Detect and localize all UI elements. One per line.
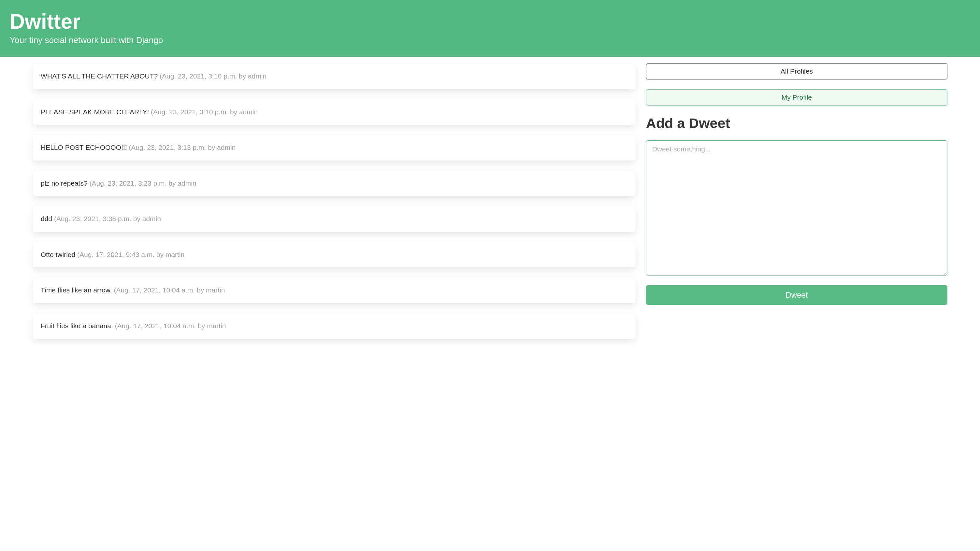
dweet-submit-button[interactable]: Dweet — [646, 285, 947, 305]
dweet-item: ddd (Aug. 23, 2021, 3:36 p.m. by admin — [33, 206, 636, 232]
sidebar: All Profiles My Profile Add a Dweet Dwee… — [646, 63, 947, 339]
dweet-feed: WHAT'S ALL THE CHATTER ABOUT? (Aug. 23, … — [33, 63, 636, 339]
all-profiles-button[interactable]: All Profiles — [646, 63, 947, 79]
dweet-body: HELLO POST ECHOOOO!!! — [41, 144, 127, 151]
form-title: Add a Dweet — [646, 115, 947, 131]
dweet-body: Otto twirled — [41, 251, 75, 258]
dweet-item: PLEASE SPEAK MORE CLEARLY! (Aug. 23, 202… — [33, 99, 636, 125]
dweet-item: Fruit flies like a banana. (Aug. 17, 202… — [33, 313, 636, 339]
dweet-body: Fruit flies like a banana. — [41, 322, 113, 330]
dweet-item: WHAT'S ALL THE CHATTER ABOUT? (Aug. 23, … — [33, 63, 636, 89]
hero-header: Dwitter Your tiny social network built w… — [0, 0, 980, 57]
dweet-textarea[interactable] — [646, 140, 947, 275]
dweet-meta: (Aug. 23, 2021, 3:10 p.m. by admin — [151, 108, 258, 116]
dweet-body: plz no repeats? — [41, 179, 88, 187]
dweet-meta: (Aug. 23, 2021, 3:36 p.m. by admin — [54, 215, 161, 222]
dweet-item: HELLO POST ECHOOOO!!! (Aug. 23, 2021, 3:… — [33, 135, 636, 160]
dweet-meta: (Aug. 23, 2021, 3:10 p.m. by admin — [160, 72, 267, 80]
dweet-item: Otto twirled (Aug. 17, 2021, 9:43 a.m. b… — [33, 241, 636, 268]
main-layout: WHAT'S ALL THE CHATTER ABOUT? (Aug. 23, … — [0, 57, 980, 345]
site-subtitle: Your tiny social network built with Djan… — [10, 35, 970, 45]
dweet-meta: (Aug. 17, 2021, 9:43 a.m. by martin — [77, 251, 185, 258]
my-profile-button[interactable]: My Profile — [646, 89, 947, 105]
dweet-item: Time flies like an arrow. (Aug. 17, 2021… — [33, 277, 636, 303]
dweet-body: PLEASE SPEAK MORE CLEARLY! — [41, 108, 149, 116]
dweet-body: ddd — [41, 215, 52, 222]
dweet-meta: (Aug. 17, 2021, 10:04 a.m. by martin — [114, 286, 225, 294]
site-title: Dwitter — [10, 10, 970, 33]
dweet-meta: (Aug. 17, 2021, 10:04 a.m. by martin — [115, 322, 226, 330]
dweet-item: plz no repeats? (Aug. 23, 2021, 3:23 p.m… — [33, 170, 636, 196]
dweet-body: WHAT'S ALL THE CHATTER ABOUT? — [41, 72, 158, 80]
dweet-meta: (Aug. 23, 2021, 3:23 p.m. by admin — [89, 179, 196, 187]
dweet-meta: (Aug. 23, 2021, 3:13 p.m. by admin — [129, 144, 235, 151]
dweet-body: Time flies like an arrow. — [41, 286, 112, 294]
